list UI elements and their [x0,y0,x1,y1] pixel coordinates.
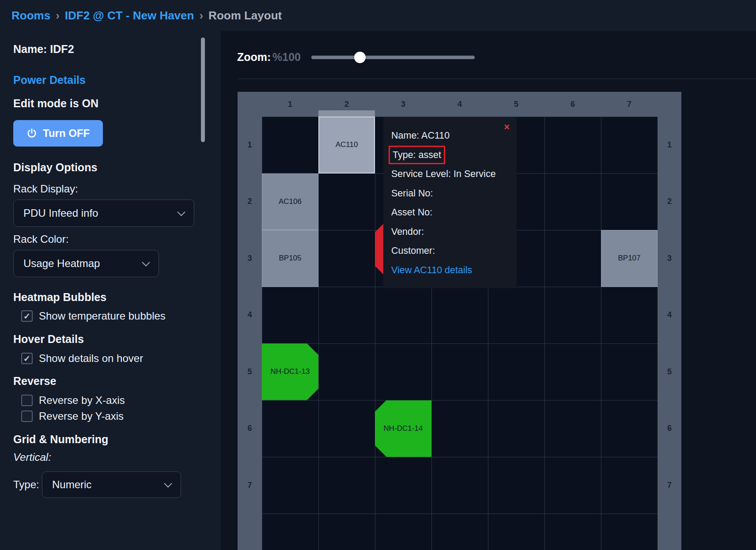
show-details-on-hover-label: Show details on hover [39,352,143,365]
chevron-down-icon [164,479,172,487]
row-number: 2 [238,173,262,230]
hover-details-row: ✓ Show details on hover [21,351,143,365]
row-number: 1 [658,117,681,173]
rack-bp107[interactable]: BP107 [601,230,658,287]
zoom-slider-thumb[interactable] [354,52,366,63]
row-number: 7 [238,457,262,514]
rack-display-label: Rack Display: [13,183,78,195]
tooltip-customer: Customer: [391,241,510,261]
rack-nh-dc1-14[interactable]: NH-DC1-14 [375,400,431,457]
sidebar: Name: IDF2 Power Details Edit mode is ON… [0,31,221,550]
row-number: 4 [238,287,262,344]
display-options-heading: Display Options [13,161,97,174]
sidebar-scrollbar[interactable] [201,38,205,142]
row-number: 1 [238,117,262,173]
column-number: 6 [544,92,601,117]
power-icon [26,128,37,139]
breadcrumb-separator: › [199,9,203,23]
room-name-label: Name: IDF2 [13,43,74,56]
row-number: 6 [238,400,262,457]
row-number: 3 [238,230,262,287]
chevron-down-icon [177,208,185,216]
edit-mode-label: Edit mode is ON [13,97,98,110]
show-details-on-hover-checkbox[interactable]: ✓ [21,353,33,364]
vertical-label: Vertical: [13,451,51,463]
power-details-link[interactable]: Power Details [13,74,86,87]
main-area: Zoom: %100 1234567 1234567 1234567 AC110… [221,31,756,550]
rack-ac106[interactable]: AC106 [262,173,318,230]
rack-display-select[interactable]: PDU Infeed info [13,200,194,227]
tooltip-serial-no: Serial No: [391,184,510,203]
row-number: 2 [658,173,681,230]
row-number: 5 [238,343,262,400]
reverse-x-checkbox[interactable] [21,395,33,406]
rack-color-selected-value: Usage Heatmap [23,257,100,270]
row-number: 5 [658,343,681,400]
tooltip-service-level: Service Level: In Service [391,165,510,184]
grid-numbering-heading: Grid & Numbering [13,433,108,446]
vertical-type-select[interactable]: Numeric [42,471,181,498]
breadcrumb: Rooms›IDF2 @ CT - New Haven›Room Layout [11,9,282,23]
grid-row-numbers-left: 1234567 [238,117,262,514]
chevron-down-icon [142,258,150,266]
reverse-y-checkbox[interactable] [21,411,33,422]
heatmap-bubbles-heading: Heatmap Bubbles [13,291,106,304]
reverse-y-row: Reverse by Y-axis [21,409,124,423]
asset-tooltip: × Name: AC110 Type: asset Service Level:… [383,117,517,288]
type-label: Type: [13,471,39,498]
reverse-x-row: Reverse by X-axis [21,393,125,407]
tooltip-vendor: Vendor: [391,222,510,242]
view-details-link[interactable]: View AC110 details [391,261,510,280]
rack-color-label: Rack Color: [13,233,68,245]
close-icon[interactable]: × [504,122,510,132]
column-number: 3 [375,92,431,117]
breadcrumb-item[interactable]: Rooms [11,9,50,23]
tooltip-type-annotated: Type: asset [389,146,445,164]
show-temperature-bubbles-label: Show temperature bubbles [39,310,166,322]
row-number: 7 [658,457,681,514]
row-number: 6 [658,400,681,457]
zoom-slider-track[interactable] [311,56,475,59]
reverse-heading: Reverse [13,375,56,388]
breadcrumb-separator: › [56,9,60,23]
tooltip-name: Name: AC110 [391,126,510,146]
show-temperature-bubbles-checkbox[interactable]: ✓ [21,310,33,322]
breadcrumb-item[interactable]: IDF2 @ CT - New Haven [65,9,194,23]
tooltip-type-row: Type: asset [391,146,510,165]
toolbar-divider [237,79,756,79]
rack-color-select[interactable]: Usage Heatmap [13,250,159,277]
breadcrumb-item: Room Layout [208,9,282,23]
row-number: 3 [658,230,681,287]
reverse-x-label: Reverse by X-axis [39,394,125,407]
rack-display-selected-value: PDU Infeed info [23,207,98,219]
turn-off-button-label: Turn OFF [43,127,90,139]
row-number: 4 [658,287,681,344]
vertical-type-selected-value: Numeric [52,478,91,491]
zoom-value: %100 [272,51,301,64]
rack-ac110[interactable]: AC110 [318,117,375,173]
column-number: 5 [488,92,544,117]
column-number: 7 [601,92,658,117]
tooltip-asset-no: Asset No: [391,203,510,222]
rack-nh-dc1-13[interactable]: NH-DC1-13 [262,343,318,400]
rack-bp105[interactable]: BP105 [262,230,318,287]
app-body: Name: IDF2 Power Details Edit mode is ON… [0,31,756,550]
hover-details-heading: Hover Details [13,333,84,346]
temperature-bubbles-row: ✓ Show temperature bubbles [21,309,166,323]
turn-off-button[interactable]: Turn OFF [13,120,103,147]
top-bar: Rooms›IDF2 @ CT - New Haven›Room Layout [0,0,756,31]
column-number: 4 [431,92,488,117]
zoom-slider[interactable] [311,52,475,63]
column-number: 1 [262,92,318,117]
grid-row-numbers-right: 1234567 [658,117,681,514]
reverse-y-label: Reverse by Y-axis [39,410,124,422]
zoom-label: Zoom: [237,51,271,64]
